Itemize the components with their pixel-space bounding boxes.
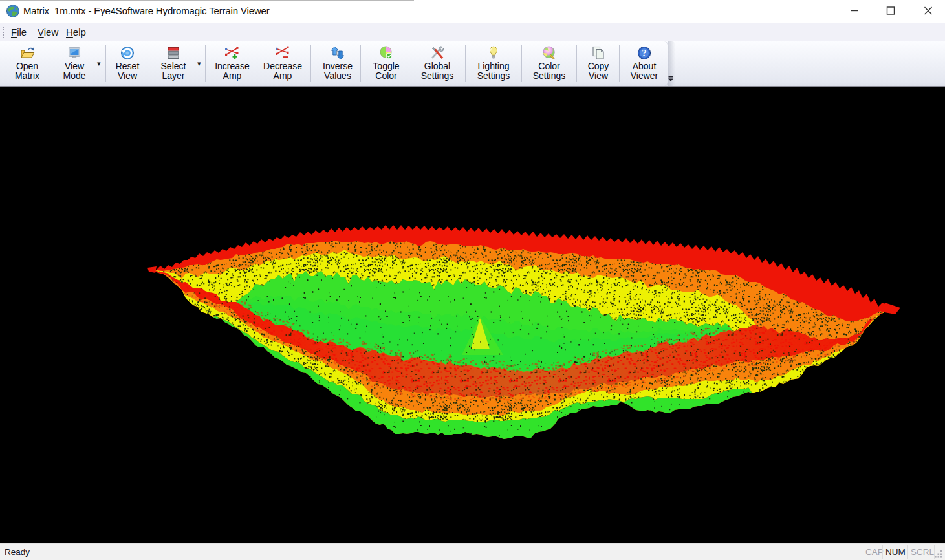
svg-text:?: ?	[642, 48, 647, 58]
